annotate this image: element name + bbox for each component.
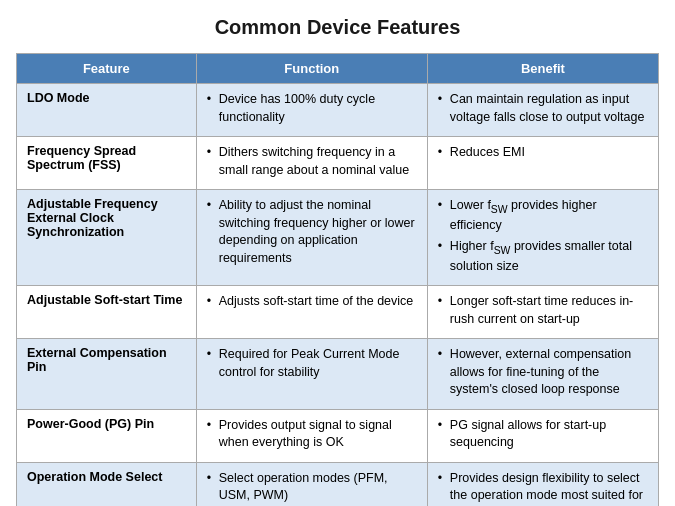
benefit-cell: Lower fSW provides higher efficiencyHigh… <box>427 190 658 286</box>
page-title: Common Device Features <box>16 16 659 39</box>
function-cell: Provides output signal to signal when ev… <box>196 409 427 462</box>
function-item: Device has 100% duty cycle functionality <box>207 91 417 126</box>
function-item: Required for Peak Current Mode control f… <box>207 346 417 381</box>
benefit-item: Higher fSW provides smaller total soluti… <box>438 238 648 276</box>
benefit-item: However, external compensation allows fo… <box>438 346 648 399</box>
benefit-item: Reduces EMI <box>438 144 648 162</box>
col-header-function: Function <box>196 54 427 84</box>
function-cell: Adjusts soft-start time of the device <box>196 286 427 339</box>
feature-cell: External Compensation Pin <box>17 339 197 410</box>
benefit-cell: PG signal allows for start-up sequencing <box>427 409 658 462</box>
col-header-feature: Feature <box>17 54 197 84</box>
benefit-cell: Longer soft-start time reduces in-rush c… <box>427 286 658 339</box>
feature-cell: Frequency Spread Spectrum (FSS) <box>17 137 197 190</box>
table-row: Adjustable Frequency External Clock Sync… <box>17 190 659 286</box>
benefit-item: Can maintain regulation as input voltage… <box>438 91 648 126</box>
table-row: LDO ModeDevice has 100% duty cycle funct… <box>17 84 659 137</box>
table-row: External Compensation PinRequired for Pe… <box>17 339 659 410</box>
benefit-cell: Can maintain regulation as input voltage… <box>427 84 658 137</box>
feature-cell: Operation Mode Select <box>17 462 197 506</box>
feature-cell: LDO Mode <box>17 84 197 137</box>
table-row: Power-Good (PG) PinProvides output signa… <box>17 409 659 462</box>
feature-cell: Adjustable Soft-start Time <box>17 286 197 339</box>
features-table: Feature Function Benefit LDO ModeDevice … <box>16 53 659 506</box>
function-cell: Select operation modes (PFM, USM, PWM) <box>196 462 427 506</box>
function-item: Provides output signal to signal when ev… <box>207 417 417 452</box>
function-item: Dithers switching frequency in a small r… <box>207 144 417 179</box>
benefit-item: Lower fSW provides higher efficiency <box>438 197 648 235</box>
benefit-item: Longer soft-start time reduces in-rush c… <box>438 293 648 328</box>
function-cell: Required for Peak Current Mode control f… <box>196 339 427 410</box>
function-cell: Dithers switching frequency in a small r… <box>196 137 427 190</box>
table-row: Adjustable Soft-start TimeAdjusts soft-s… <box>17 286 659 339</box>
benefit-cell: Reduces EMI <box>427 137 658 190</box>
function-cell: Ability to adjust the nominal switching … <box>196 190 427 286</box>
benefit-item: Provides design flexibility to select th… <box>438 470 648 506</box>
col-header-benefit: Benefit <box>427 54 658 84</box>
table-row: Operation Mode SelectSelect operation mo… <box>17 462 659 506</box>
benefit-item: PG signal allows for start-up sequencing <box>438 417 648 452</box>
function-item: Select operation modes (PFM, USM, PWM) <box>207 470 417 505</box>
feature-cell: Adjustable Frequency External Clock Sync… <box>17 190 197 286</box>
benefit-cell: Provides design flexibility to select th… <box>427 462 658 506</box>
function-cell: Device has 100% duty cycle functionality <box>196 84 427 137</box>
function-item: Adjusts soft-start time of the device <box>207 293 417 311</box>
benefit-cell: However, external compensation allows fo… <box>427 339 658 410</box>
feature-cell: Power-Good (PG) Pin <box>17 409 197 462</box>
function-item: Ability to adjust the nominal switching … <box>207 197 417 267</box>
table-row: Frequency Spread Spectrum (FSS)Dithers s… <box>17 137 659 190</box>
